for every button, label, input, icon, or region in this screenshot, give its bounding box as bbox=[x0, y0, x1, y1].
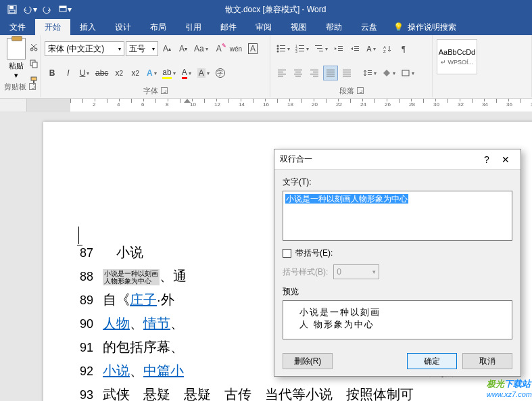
bold-button[interactable]: B bbox=[45, 66, 59, 80]
tab-design[interactable]: 设计 bbox=[105, 19, 141, 35]
paragraph-launcher[interactable] bbox=[357, 87, 364, 94]
svg-rect-18 bbox=[299, 45, 304, 46]
svg-rect-38 bbox=[294, 70, 302, 70]
style-sample[interactable]: AaBbCcDd ↵ WPSOf... bbox=[437, 39, 477, 74]
tab-insert[interactable]: 插入 bbox=[70, 19, 105, 35]
line-spacing-button[interactable]: ▾ bbox=[361, 66, 379, 80]
dialog-titlebar[interactable]: 双行合一 ? ✕ bbox=[274, 149, 521, 170]
shrink-font-button[interactable]: A▾ bbox=[176, 41, 191, 56]
tab-help[interactable]: 帮助 bbox=[316, 19, 352, 35]
group-paragraph-label: 段落 bbox=[339, 86, 354, 96]
numbering-button[interactable]: 123▾ bbox=[293, 41, 311, 56]
sort-button[interactable]: AZ bbox=[380, 41, 395, 56]
redo-button[interactable] bbox=[39, 1, 55, 18]
line-number: 89 bbox=[80, 293, 103, 308]
grow-font-button[interactable]: A▴ bbox=[160, 41, 174, 56]
strikethrough-button[interactable]: abc bbox=[93, 66, 110, 80]
subscript-button[interactable]: x2 bbox=[112, 66, 126, 80]
underline-button[interactable]: U▾ bbox=[77, 66, 92, 80]
text-effects-button[interactable]: A▾ bbox=[144, 66, 159, 80]
ok-button[interactable]: 确定 bbox=[407, 353, 457, 369]
svg-rect-30 bbox=[354, 48, 359, 49]
tab-home[interactable]: 开始 bbox=[35, 19, 70, 35]
svg-rect-36 bbox=[278, 74, 286, 74]
clear-format-button[interactable]: A✎ bbox=[212, 41, 226, 56]
tab-review[interactable]: 审阅 bbox=[246, 19, 281, 35]
tab-view[interactable]: 视图 bbox=[281, 19, 316, 35]
svg-rect-40 bbox=[294, 74, 302, 74]
horizontal-ruler[interactable]: 2468101214161820222426283032343638 bbox=[27, 99, 532, 112]
dialog-close-button[interactable]: ✕ bbox=[496, 152, 515, 167]
phonetic-guide-button[interactable]: wén bbox=[228, 41, 244, 56]
undo-button[interactable]: ▾ bbox=[22, 1, 38, 18]
tab-file[interactable]: 文件 bbox=[0, 19, 35, 35]
text-field-label: 文字(T): bbox=[283, 176, 512, 188]
line-content[interactable]: 武侠 悬疑 悬疑 古传 当代等小说 按照体制可 bbox=[103, 385, 414, 401]
line-number: 92 bbox=[80, 364, 103, 379]
ribbon: 粘贴 ▾ 剪贴板 宋体 (中文正文)▾ 五号▾ A▴ A▾ Aa▾ A✎ wén… bbox=[0, 35, 532, 99]
watermark: 极光下载站 www.xz7.com bbox=[487, 378, 532, 398]
asian-layout-button[interactable]: A▾ bbox=[364, 41, 379, 56]
character-shading-button[interactable]: A▾ bbox=[195, 66, 212, 80]
preview-label: 预览 bbox=[283, 286, 512, 298]
character-border-button[interactable]: A bbox=[245, 41, 260, 56]
delete-button[interactable]: 删除(R) bbox=[283, 353, 333, 369]
font-size-combo[interactable]: 五号▾ bbox=[126, 41, 158, 56]
dialog-help-button[interactable]: ? bbox=[477, 152, 496, 167]
tell-me-search[interactable]: 💡 操作说明搜索 bbox=[387, 19, 463, 35]
paste-button[interactable]: 粘贴 ▾ bbox=[4, 37, 28, 81]
enclose-characters-button[interactable]: 字 bbox=[213, 66, 228, 80]
group-font-label: 字体 bbox=[143, 86, 158, 96]
bullets-button[interactable]: ▾ bbox=[274, 41, 292, 56]
svg-rect-48 bbox=[327, 74, 335, 74]
tab-mailings[interactable]: 邮件 bbox=[211, 19, 246, 35]
cut-button[interactable] bbox=[27, 39, 41, 54]
align-justify-button[interactable] bbox=[323, 66, 338, 80]
copy-button[interactable] bbox=[27, 56, 41, 71]
svg-rect-20 bbox=[299, 48, 304, 49]
svg-rect-57 bbox=[402, 70, 409, 76]
change-case-button[interactable]: Aa▾ bbox=[192, 41, 210, 56]
qat-customize-button[interactable]: ▾ bbox=[57, 1, 73, 18]
superscript-button[interactable]: x2 bbox=[128, 66, 143, 80]
tab-cloud[interactable]: 云盘 bbox=[352, 19, 387, 35]
cancel-button[interactable]: 取消 bbox=[462, 353, 512, 369]
svg-rect-46 bbox=[327, 70, 335, 70]
align-left-button[interactable] bbox=[274, 66, 289, 80]
two-line-text[interactable]: 小说是一种以刻画人物形象为中心 bbox=[103, 269, 160, 285]
text-input[interactable]: 小说是一种以刻画人物形象为中心 bbox=[283, 191, 512, 241]
bracket-style-label: 括号样式(B): bbox=[283, 266, 328, 278]
tab-layout[interactable]: 布局 bbox=[141, 19, 176, 35]
title-bar: ▾ ▾ 散文.docx [兼容模式] - Word bbox=[0, 0, 532, 19]
clipboard-icon bbox=[7, 38, 26, 60]
font-launcher[interactable] bbox=[161, 87, 168, 94]
brackets-checkbox[interactable] bbox=[283, 249, 291, 258]
clipboard-launcher[interactable] bbox=[29, 83, 36, 90]
svg-rect-23 bbox=[315, 45, 322, 46]
multilevel-list-button[interactable]: ▾ bbox=[312, 41, 330, 56]
highlight-button[interactable]: ab▾ bbox=[160, 66, 177, 80]
tab-references[interactable]: 引用 bbox=[176, 19, 211, 35]
save-button[interactable] bbox=[4, 1, 20, 18]
font-color-button[interactable]: A▾ bbox=[179, 66, 194, 80]
borders-button[interactable]: ▾ bbox=[399, 66, 416, 80]
svg-rect-28 bbox=[338, 50, 343, 51]
align-right-button[interactable] bbox=[307, 66, 322, 80]
italic-button[interactable]: I bbox=[61, 66, 76, 80]
svg-rect-52 bbox=[343, 74, 351, 74]
shading-button[interactable]: ▾ bbox=[380, 66, 397, 80]
decrease-indent-button[interactable] bbox=[331, 41, 346, 56]
svg-rect-24 bbox=[317, 48, 322, 49]
preview-line1: 小说是一种以刻画 bbox=[299, 306, 495, 319]
vertical-ruler[interactable] bbox=[0, 112, 27, 401]
document-line[interactable]: 93武侠 悬疑 悬疑 古传 当代等小说 按照体制可 bbox=[80, 385, 516, 401]
svg-rect-47 bbox=[327, 72, 335, 72]
svg-rect-51 bbox=[343, 72, 351, 72]
align-distributed-button[interactable] bbox=[339, 66, 354, 80]
font-name-combo[interactable]: 宋体 (中文正文)▾ bbox=[45, 41, 124, 56]
line-content[interactable]: 小说 bbox=[103, 243, 143, 262]
show-marks-button[interactable]: ¶ bbox=[396, 41, 411, 56]
align-center-button[interactable] bbox=[291, 66, 306, 80]
group-paragraph: ▾ 123▾ ▾ A▾ AZ ¶ ▾ ▾ ▾ 段落 bbox=[270, 35, 433, 97]
increase-indent-button[interactable] bbox=[347, 41, 362, 56]
